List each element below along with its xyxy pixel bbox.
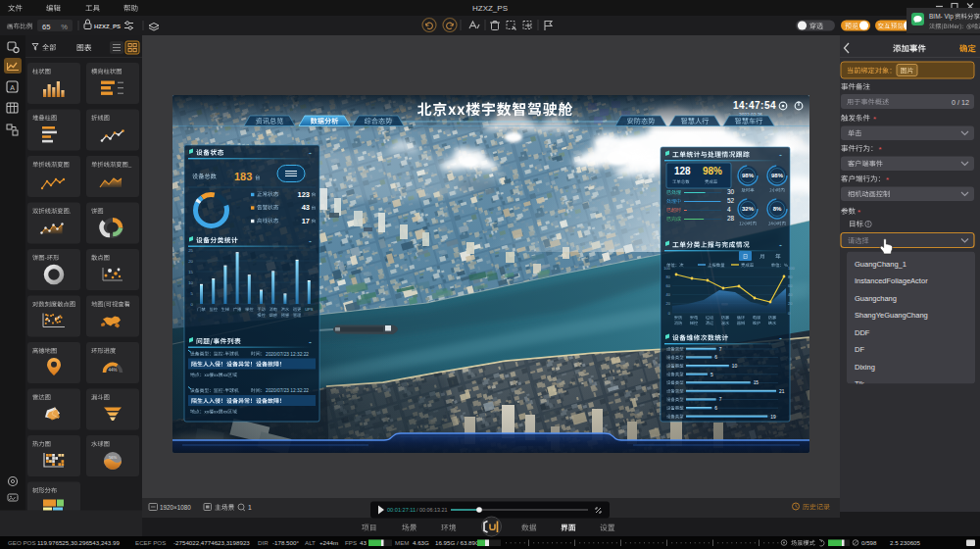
svg-text:*: * [879,145,882,154]
svg-text:32%: 32% [742,206,755,212]
svg-text:21: 21 [779,389,785,394]
svg-text:2020/07/23 12:32:22: 2020/07/23 12:32:22 [266,352,309,357]
svg-text:FPS: FPS [345,539,357,546]
svg-text:GEO POS: GEO POS [8,539,36,546]
svg-text:*: * [886,175,889,184]
svg-text:2.5 230605: 2.5 230605 [890,539,921,546]
svg-text:25: 25 [188,248,193,253]
svg-text:4: 4 [727,206,731,213]
svg-text:ECEF POS: ECEF POS [135,539,166,546]
svg-text:0/598: 0/598 [861,539,877,546]
svg-text:183: 183 [234,171,252,182]
svg-text:56%: 56% [109,455,117,460]
svg-text:15: 15 [188,270,193,274]
svg-text:4.63G: 4.63G [413,539,429,546]
svg-text:0 / 12: 0 / 12 [952,98,969,107]
svg-text:⌁: ⌁ [779,335,782,341]
svg-text:⌁: ⌁ [309,150,312,156]
svg-text:00:01:27:11: 00:01:27:11 [387,507,416,513]
svg-text:10: 10 [188,280,193,285]
svg-text:Guangchang: Guangchang [855,294,897,303]
svg-text:15: 15 [754,380,760,385]
svg-text:-178.500°: -178.500° [272,539,299,546]
svg-text:65: 65 [42,23,50,31]
svg-text:GuangChang_1: GuangChang_1 [855,260,906,269]
svg-text:HZXZ_PS: HZXZ_PS [472,4,508,13]
svg-text:123: 123 [297,190,310,199]
svg-text:128: 128 [674,166,691,176]
svg-text:60: 60 [666,283,671,288]
svg-text:119.976525,30.296543,243.99: 119.976525,30.296543,243.99 [37,539,120,546]
svg-text:5: 5 [710,373,713,377]
svg-text:-2754022,4774623,3198923: -2754022,4774623,3198923 [173,539,250,546]
svg-text:HZXZ_PS: HZXZ_PS [94,24,121,29]
svg-text:*: * [873,115,876,124]
svg-text:DIR: DIR [258,539,269,546]
svg-text:%: % [61,23,68,31]
svg-text:20: 20 [788,301,793,306]
svg-text:1920×1080: 1920×1080 [160,504,191,511]
svg-text:100: 100 [663,266,670,271]
svg-text:DDF: DDF [855,328,870,337]
svg-text:44%: 44% [108,368,117,373]
svg-text:30: 30 [727,188,735,195]
svg-text:ALT: ALT [305,539,316,546]
svg-text:BIM- Vip: BIM- Vip [929,13,954,21]
svg-text:40: 40 [788,292,793,297]
svg-text:98%: 98% [771,173,784,178]
svg-text:17: 17 [302,217,310,225]
svg-text:16.95G / 63.89G: 16.95G / 63.89G [435,539,480,546]
svg-text:⌁: ⌁ [309,238,312,244]
svg-text:20: 20 [666,301,671,306]
svg-text:98%: 98% [703,166,722,176]
svg-text:43: 43 [360,539,367,546]
svg-text:DF: DF [855,345,864,354]
svg-text:10: 10 [732,364,738,369]
svg-text:/ 00:06:13.21: / 00:06:13.21 [416,507,447,513]
svg-text:28: 28 [727,215,735,222]
svg-text:100: 100 [788,266,795,271]
svg-text:8%: 8% [773,206,782,212]
svg-text:20: 20 [188,259,193,264]
svg-text:⌁: ⌁ [309,339,312,345]
svg-text:19: 19 [770,415,776,420]
svg-text:A: A [10,84,15,91]
svg-text:7: 7 [719,397,722,402]
svg-text:98%: 98% [742,173,755,178]
svg-text:+244m: +244m [319,539,338,546]
svg-text:6: 6 [714,406,717,411]
svg-text:60: 60 [788,283,793,288]
svg-text:40: 40 [666,292,671,297]
svg-text:80: 80 [666,274,671,279]
svg-text:*: * [858,208,860,217]
svg-text:80: 80 [788,274,793,279]
svg-text:43: 43 [302,203,310,212]
svg-text:InstancedFoliageActor: InstancedFoliageActor [855,276,928,285]
svg-text:1: 1 [248,504,252,511]
svg-text:7: 7 [719,347,722,352]
svg-text:UPS: UPS [305,307,314,312]
svg-text:14:47:54: 14:47:54 [733,100,776,111]
svg-text:MEM: MEM [395,539,409,546]
svg-text:ShangYeGuangChang: ShangYeGuangChang [855,311,928,320]
svg-text:⌁: ⌁ [779,242,782,248]
svg-text:6: 6 [714,355,717,360]
svg-text:Dixing: Dixing [855,363,875,372]
svg-text:52: 52 [727,197,735,204]
svg-text:⌁: ⌁ [779,152,782,158]
svg-text:2020/07/23 12:32:22: 2020/07/23 12:32:22 [266,388,309,393]
